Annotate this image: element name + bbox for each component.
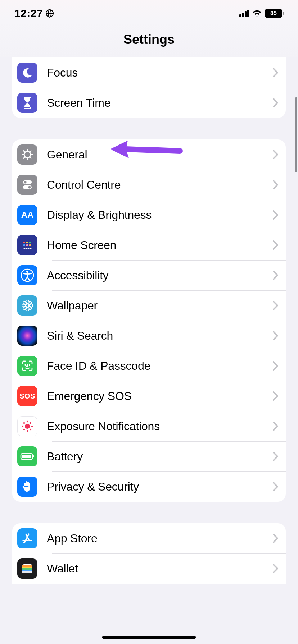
chevron-right-icon [273,564,279,573]
battery-icon [17,446,37,466]
svg-rect-15 [29,242,31,243]
svg-rect-20 [24,248,25,249]
svg-rect-54 [22,567,32,568]
text-size-icon: AA [17,205,37,225]
toggles-icon [17,175,37,195]
chevron-right-icon [273,361,279,371]
svg-rect-56 [22,570,32,571]
siri-icon [17,326,37,346]
chevron-right-icon [273,422,279,431]
settings-row-wallet[interactable]: Wallet [12,553,286,584]
chevron-right-icon [273,482,279,491]
row-label: Exposure Notifications [47,420,273,433]
exposure-icon [17,416,37,436]
status-left: 12:27 [14,7,54,19]
settings-row-app-store[interactable]: App Store [12,523,286,553]
settings-row-battery[interactable]: Battery [12,441,286,472]
svg-point-10 [24,181,27,184]
svg-rect-13 [23,242,25,243]
settings-row-accessibility[interactable]: Accessibility [12,260,286,290]
chevron-right-icon [273,534,279,543]
cellular-signal-icon [239,10,249,17]
globe-icon [46,9,54,17]
settings-row-exposure-notifications[interactable]: Exposure Notifications [12,411,286,441]
row-label: Face ID & Passcode [47,359,273,373]
settings-row-screen-time[interactable]: Screen Time [12,88,286,118]
chevron-right-icon [273,331,279,340]
battery-icon: 85 [265,9,284,18]
chevron-right-icon [273,452,279,461]
sos-icon: SOS [17,386,37,406]
row-label: Wallet [47,562,273,575]
chevron-right-icon [273,240,279,250]
row-label: Wallpaper [47,299,273,312]
scroll-indicator[interactable] [295,97,297,172]
svg-point-40 [22,426,23,427]
svg-point-42 [23,422,25,424]
svg-rect-16 [23,244,25,246]
svg-rect-47 [22,455,31,458]
svg-rect-23 [30,248,31,249]
row-label: Screen Time [47,96,273,110]
svg-point-45 [30,429,31,430]
settings-row-siri-search[interactable]: Siri & Search [12,321,286,351]
accessibility-icon [17,265,37,285]
row-label: Home Screen [47,239,273,252]
row-label: Control Centre [47,178,273,192]
app-store-icon [17,528,37,548]
chevron-right-icon [273,271,279,280]
status-right: 85 [239,9,284,18]
chevron-right-icon [273,98,279,107]
wifi-icon [252,9,262,17]
settings-row-home-screen[interactable]: Home Screen [12,230,286,260]
row-label: App Store [47,532,273,545]
page-title: Settings [123,32,175,47]
aa-label: AA [21,210,34,220]
home-indicator[interactable] [102,636,196,639]
row-label: Battery [47,450,273,463]
battery-percent: 85 [270,10,277,17]
chevron-right-icon [273,180,279,189]
svg-point-44 [23,429,25,430]
settings-row-face-id-passcode[interactable]: Face ID & Passcode [12,351,286,381]
gear-icon [17,144,37,165]
chevron-right-icon [273,210,279,220]
hand-icon [17,477,37,497]
settings-group: Focus Screen Time [12,58,286,118]
svg-line-5 [23,151,25,152]
svg-point-12 [28,186,31,189]
svg-rect-55 [22,568,32,570]
settings-row-control-centre[interactable]: Control Centre [12,170,286,200]
settings-list[interactable]: Focus Screen Time General Control Centre [0,58,298,584]
settings-row-wallpaper[interactable]: Wallpaper [12,290,286,321]
settings-row-focus[interactable]: Focus [12,58,286,88]
svg-line-8 [30,151,31,152]
sos-label: SOS [19,392,35,400]
svg-point-37 [25,424,30,429]
chevron-right-icon [273,150,279,159]
svg-line-7 [23,157,25,158]
svg-line-6 [30,157,31,158]
settings-row-emergency-sos[interactable]: SOS Emergency SOS [12,381,286,411]
svg-rect-22 [28,248,29,249]
svg-point-25 [26,271,28,273]
flower-icon [17,295,37,316]
svg-point-41 [31,426,33,427]
settings-row-general[interactable]: General [12,139,286,170]
svg-point-43 [30,422,31,424]
svg-line-51 [24,542,24,543]
settings-row-privacy-security[interactable]: Privacy & Security [12,472,286,502]
svg-rect-21 [26,248,27,249]
row-label: Display & Brightness [47,208,273,222]
row-label: Emergency SOS [47,390,273,403]
row-label: Accessibility [47,269,273,282]
chevron-right-icon [273,301,279,310]
settings-row-display-brightness[interactable]: AA Display & Brightness [12,200,286,230]
row-label: General [47,148,273,161]
nav-header: Settings [0,22,298,58]
svg-point-0 [24,151,31,158]
svg-point-38 [27,421,28,422]
status-time: 12:27 [14,7,43,19]
svg-rect-48 [33,455,34,457]
hourglass-icon [17,93,37,113]
